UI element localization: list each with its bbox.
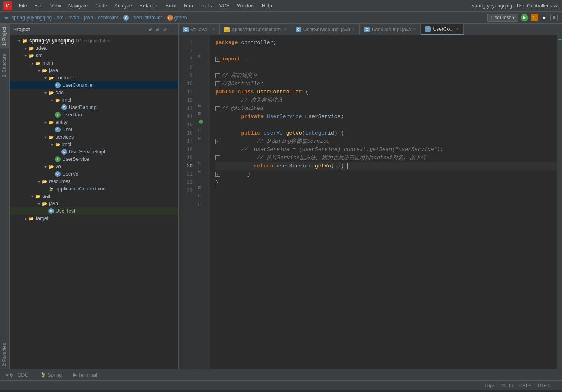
project-tab[interactable]: 1: Project	[0, 24, 9, 48]
token-cmt9: // 和前端交互	[222, 72, 258, 80]
fold-icon-3[interactable]: +	[215, 57, 220, 62]
stop-button[interactable]: ⏹	[550, 14, 558, 21]
fold-icon-19[interactable]: -	[215, 155, 220, 160]
tree-item-controller[interactable]: ▾ 📂 controller	[10, 74, 178, 81]
tree-item-usertest[interactable]: ▸ C UserTest	[10, 207, 178, 215]
tab-usimpl-close[interactable]: ✕	[352, 27, 355, 32]
fold-icon-9[interactable]: -	[215, 73, 220, 78]
breakpoint-11[interactable]	[199, 120, 203, 124]
panel-new-icon[interactable]: ⊕	[147, 26, 153, 33]
fold-21[interactable]: ⊟	[198, 202, 201, 206]
fold-16[interactable]: ⊟	[198, 161, 201, 165]
tree-item-appctx[interactable]: ▸ 🍃 applicationContext.xml	[10, 185, 178, 193]
bottom-tab-todo[interactable]: ≡ 6 TODO	[3, 371, 31, 380]
fold-13[interactable]: ⊟	[198, 136, 201, 140]
tree-item-src[interactable]: ▾ 📂 src	[10, 52, 178, 59]
fold-9[interactable]: ⊟	[198, 103, 201, 107]
run-config-selector[interactable]: UserTest ▾	[487, 14, 518, 22]
tab-userdaoimpl[interactable]: C UserDaoImpl.java ✕	[360, 24, 421, 35]
tab-appctx[interactable]: 🍃 applicationContext.xml ✕	[220, 24, 291, 35]
menu-edit[interactable]: Edit	[31, 2, 46, 10]
breadcrumb-project[interactable]: spring-yuyongqing	[12, 15, 52, 21]
menu-view[interactable]: View	[47, 2, 64, 10]
linenum-21: 21	[179, 170, 197, 179]
bottom-tab-spring[interactable]: 🍃 Spring	[38, 371, 65, 380]
menu-refactor[interactable]: Refactor	[136, 2, 161, 10]
menu-file[interactable]: File	[16, 2, 30, 10]
coverage-button[interactable]: ▶	[541, 14, 548, 21]
tree-item-usercontroller[interactable]: ▸ C UserController	[10, 81, 178, 89]
appctx-icon: 🍃	[48, 186, 54, 192]
fold-20[interactable]: ⊟	[198, 194, 201, 198]
tree-item-userdao[interactable]: ▸ I UserDao	[10, 111, 178, 118]
menu-analyze[interactable]: Analyze	[111, 2, 135, 10]
tab-udimpl-close[interactable]: ✕	[413, 27, 416, 32]
fold-3[interactable]: ⊞	[198, 54, 201, 58]
tab-usercontroller[interactable]: C UserCo... ✕	[421, 24, 464, 35]
tree-item-entity[interactable]: ▾ 📂 entity	[10, 118, 178, 126]
tree-item-user[interactable]: ▸ C User	[10, 126, 178, 133]
menu-vcs[interactable]: VCS	[216, 2, 233, 10]
tree-item-test[interactable]: ▾ 📂 test	[10, 193, 178, 200]
tree-item-vo[interactable]: ▾ 📂 vo	[10, 163, 178, 170]
tree-item-dao[interactable]: ▾ 📂 dao	[10, 89, 178, 96]
debug-button[interactable]: 🐛	[531, 14, 538, 21]
menu-build[interactable]: Build	[162, 2, 180, 10]
tab-uc-close[interactable]: ✕	[456, 27, 459, 31]
breadcrumb-main[interactable]: main	[68, 15, 79, 21]
fold-10[interactable]: ⊟	[198, 111, 201, 116]
tree-item-main[interactable]: ▾ 📂 main	[10, 59, 178, 67]
tree-label-appctx: applicationContext.xml	[56, 186, 105, 192]
tree-item-resources[interactable]: ▾ 📂 resources	[10, 178, 178, 185]
tree-item-userservice[interactable]: ▸ I UserService	[10, 155, 178, 163]
fold-icon-13[interactable]: -	[215, 106, 220, 111]
token-cmt18: // userService = (UserService) context.g…	[215, 146, 443, 154]
fold-icon-21[interactable]: -	[215, 172, 220, 177]
tree-item-java[interactable]: ▾ 📂 java	[10, 67, 178, 74]
tree-item-root[interactable]: ▾ 📁 spring-yuyongqing D:\Program Files	[10, 37, 178, 44]
fold-icon-17[interactable]: -	[215, 139, 220, 144]
structure-tab[interactable]: 2: Structure	[0, 51, 9, 80]
tab-appctx-close[interactable]: ✕	[284, 27, 287, 32]
code-content[interactable]: package controller; +import ... -// 和前端交…	[210, 35, 557, 369]
panel-settings-icon[interactable]: ⚙	[161, 26, 167, 33]
code-editor: 1 2 3 8 9 10 11 12 13 14 15 16 17 18 19 …	[179, 35, 562, 369]
tree-item-services[interactable]: ▾ 📂 services	[10, 133, 178, 141]
breadcrumb-src[interactable]: src	[57, 15, 63, 21]
panel-locate-icon[interactable]: ⊞	[154, 26, 160, 33]
fold-12[interactable]: ⊟	[198, 128, 201, 132]
tree-item-target[interactable]: ▸ 📂 target	[10, 215, 178, 222]
tree-item-uservo[interactable]: ▸ C UserVo	[10, 170, 178, 178]
menu-code[interactable]: Code	[92, 2, 110, 10]
nav-back[interactable]: ⬅	[4, 15, 8, 21]
fold-19[interactable]: ⊟	[198, 186, 201, 190]
status-encoding[interactable]: UTF-8	[538, 383, 550, 388]
tab-userserviceimpl[interactable]: C UserServiceImpl.java ✕	[291, 24, 360, 35]
favorites-tab[interactable]: 2: Favorites	[0, 341, 9, 369]
tree-item-impl-svc[interactable]: ▾ 📂 impl	[10, 141, 178, 148]
breadcrumb-getvo[interactable]: getVo	[174, 15, 187, 21]
breadcrumb-java[interactable]: java	[84, 15, 93, 21]
menu-navigate[interactable]: Navigate	[65, 2, 91, 10]
tree-label-src: src	[36, 53, 42, 58]
bottom-tab-terminal[interactable]: ▶ Terminal	[71, 371, 99, 380]
tree-item-userdaoimpl[interactable]: ▸ C UserDaoImpl	[10, 104, 178, 111]
breadcrumb-usercontroller[interactable]: UserController	[130, 15, 162, 21]
menu-help[interactable]: Help	[259, 2, 275, 10]
tab-vo-close[interactable]: ✕	[212, 27, 215, 32]
tree-item-idea[interactable]: ▸ 📂 .idea	[10, 44, 178, 52]
menu-window[interactable]: Window	[233, 2, 258, 10]
fold-17[interactable]: ⊟	[198, 169, 201, 173]
breadcrumb-controller[interactable]: controller	[98, 15, 118, 21]
menu-tools[interactable]: Tools	[197, 2, 215, 10]
status-crlf[interactable]: CRLF	[519, 383, 531, 388]
menu-run[interactable]: Run	[181, 2, 196, 10]
status-lf[interactable]: https	[485, 383, 495, 388]
fold-icon-10[interactable]: -	[215, 81, 220, 86]
tab-vo[interactable]: C Vo.java ✕	[179, 24, 220, 35]
run-button[interactable]	[521, 14, 528, 21]
tree-item-impl-dao[interactable]: ▾ 📂 impl	[10, 96, 178, 104]
tree-item-java-test[interactable]: ▾ 📂 java	[10, 200, 178, 207]
tree-item-userserviceimpl[interactable]: ▸ C UserServiceImpl	[10, 148, 178, 155]
panel-minimize-icon[interactable]: —	[169, 26, 175, 33]
